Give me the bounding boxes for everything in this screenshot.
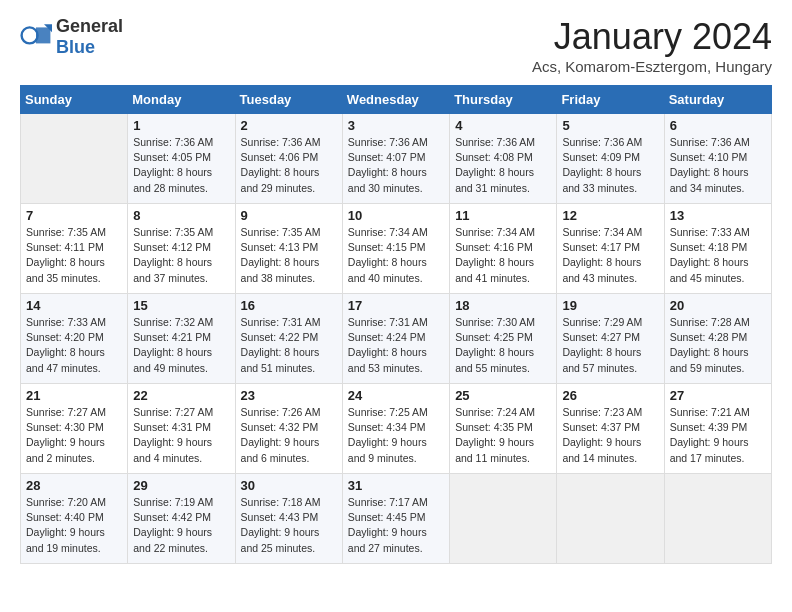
calendar-cell: 27Sunrise: 7:21 AMSunset: 4:39 PMDayligh… xyxy=(664,384,771,474)
calendar-cell: 2Sunrise: 7:36 AMSunset: 4:06 PMDaylight… xyxy=(235,114,342,204)
day-number: 26 xyxy=(562,388,658,403)
weekday-header-thursday: Thursday xyxy=(450,86,557,114)
calendar-cell: 14Sunrise: 7:33 AMSunset: 4:20 PMDayligh… xyxy=(21,294,128,384)
day-number: 20 xyxy=(670,298,766,313)
day-info: Sunrise: 7:36 AMSunset: 4:09 PMDaylight:… xyxy=(562,135,658,196)
day-info: Sunrise: 7:31 AMSunset: 4:24 PMDaylight:… xyxy=(348,315,444,376)
calendar-cell: 13Sunrise: 7:33 AMSunset: 4:18 PMDayligh… xyxy=(664,204,771,294)
calendar-cell: 11Sunrise: 7:34 AMSunset: 4:16 PMDayligh… xyxy=(450,204,557,294)
calendar-cell: 24Sunrise: 7:25 AMSunset: 4:34 PMDayligh… xyxy=(342,384,449,474)
day-number: 13 xyxy=(670,208,766,223)
weekday-header-friday: Friday xyxy=(557,86,664,114)
day-number: 9 xyxy=(241,208,337,223)
day-info: Sunrise: 7:27 AMSunset: 4:31 PMDaylight:… xyxy=(133,405,229,466)
day-info: Sunrise: 7:17 AMSunset: 4:45 PMDaylight:… xyxy=(348,495,444,556)
day-info: Sunrise: 7:35 AMSunset: 4:11 PMDaylight:… xyxy=(26,225,122,286)
calendar-cell: 16Sunrise: 7:31 AMSunset: 4:22 PMDayligh… xyxy=(235,294,342,384)
calendar-cell xyxy=(557,474,664,564)
day-info: Sunrise: 7:36 AMSunset: 4:05 PMDaylight:… xyxy=(133,135,229,196)
day-number: 24 xyxy=(348,388,444,403)
calendar-cell xyxy=(450,474,557,564)
day-number: 15 xyxy=(133,298,229,313)
day-info: Sunrise: 7:29 AMSunset: 4:27 PMDaylight:… xyxy=(562,315,658,376)
logo-general: General xyxy=(56,16,123,36)
day-number: 6 xyxy=(670,118,766,133)
calendar-cell: 8Sunrise: 7:35 AMSunset: 4:12 PMDaylight… xyxy=(128,204,235,294)
calendar-cell: 20Sunrise: 7:28 AMSunset: 4:28 PMDayligh… xyxy=(664,294,771,384)
logo-icon xyxy=(20,21,52,53)
day-info: Sunrise: 7:21 AMSunset: 4:39 PMDaylight:… xyxy=(670,405,766,466)
calendar-cell: 25Sunrise: 7:24 AMSunset: 4:35 PMDayligh… xyxy=(450,384,557,474)
calendar-week-row: 14Sunrise: 7:33 AMSunset: 4:20 PMDayligh… xyxy=(21,294,772,384)
title-area: January 2024 Acs, Komarom-Esztergom, Hun… xyxy=(532,16,772,75)
weekday-header-sunday: Sunday xyxy=(21,86,128,114)
calendar-cell: 21Sunrise: 7:27 AMSunset: 4:30 PMDayligh… xyxy=(21,384,128,474)
calendar-cell: 30Sunrise: 7:18 AMSunset: 4:43 PMDayligh… xyxy=(235,474,342,564)
calendar-cell: 26Sunrise: 7:23 AMSunset: 4:37 PMDayligh… xyxy=(557,384,664,474)
day-info: Sunrise: 7:28 AMSunset: 4:28 PMDaylight:… xyxy=(670,315,766,376)
weekday-header-wednesday: Wednesday xyxy=(342,86,449,114)
calendar-cell: 9Sunrise: 7:35 AMSunset: 4:13 PMDaylight… xyxy=(235,204,342,294)
calendar-cell: 29Sunrise: 7:19 AMSunset: 4:42 PMDayligh… xyxy=(128,474,235,564)
day-info: Sunrise: 7:23 AMSunset: 4:37 PMDaylight:… xyxy=(562,405,658,466)
calendar-cell: 5Sunrise: 7:36 AMSunset: 4:09 PMDaylight… xyxy=(557,114,664,204)
calendar-cell: 17Sunrise: 7:31 AMSunset: 4:24 PMDayligh… xyxy=(342,294,449,384)
day-info: Sunrise: 7:36 AMSunset: 4:07 PMDaylight:… xyxy=(348,135,444,196)
day-number: 14 xyxy=(26,298,122,313)
calendar-table: SundayMondayTuesdayWednesdayThursdayFrid… xyxy=(20,85,772,564)
day-info: Sunrise: 7:31 AMSunset: 4:22 PMDaylight:… xyxy=(241,315,337,376)
day-info: Sunrise: 7:19 AMSunset: 4:42 PMDaylight:… xyxy=(133,495,229,556)
day-info: Sunrise: 7:32 AMSunset: 4:21 PMDaylight:… xyxy=(133,315,229,376)
calendar-cell: 3Sunrise: 7:36 AMSunset: 4:07 PMDaylight… xyxy=(342,114,449,204)
day-number: 11 xyxy=(455,208,551,223)
calendar-cell: 31Sunrise: 7:17 AMSunset: 4:45 PMDayligh… xyxy=(342,474,449,564)
page-header: General Blue January 2024 Acs, Komarom-E… xyxy=(20,16,772,75)
day-info: Sunrise: 7:26 AMSunset: 4:32 PMDaylight:… xyxy=(241,405,337,466)
calendar-cell: 28Sunrise: 7:20 AMSunset: 4:40 PMDayligh… xyxy=(21,474,128,564)
calendar-week-row: 7Sunrise: 7:35 AMSunset: 4:11 PMDaylight… xyxy=(21,204,772,294)
location: Acs, Komarom-Esztergom, Hungary xyxy=(532,58,772,75)
calendar-cell: 10Sunrise: 7:34 AMSunset: 4:15 PMDayligh… xyxy=(342,204,449,294)
day-number: 27 xyxy=(670,388,766,403)
day-number: 16 xyxy=(241,298,337,313)
weekday-header-tuesday: Tuesday xyxy=(235,86,342,114)
day-info: Sunrise: 7:35 AMSunset: 4:13 PMDaylight:… xyxy=(241,225,337,286)
svg-marker-1 xyxy=(36,27,50,43)
day-info: Sunrise: 7:33 AMSunset: 4:18 PMDaylight:… xyxy=(670,225,766,286)
day-info: Sunrise: 7:36 AMSunset: 4:10 PMDaylight:… xyxy=(670,135,766,196)
day-number: 29 xyxy=(133,478,229,493)
logo: General Blue xyxy=(20,16,123,58)
logo-text: General Blue xyxy=(56,16,123,58)
calendar-cell: 7Sunrise: 7:35 AMSunset: 4:11 PMDaylight… xyxy=(21,204,128,294)
calendar-cell: 15Sunrise: 7:32 AMSunset: 4:21 PMDayligh… xyxy=(128,294,235,384)
day-number: 18 xyxy=(455,298,551,313)
day-number: 23 xyxy=(241,388,337,403)
svg-point-0 xyxy=(22,27,38,43)
day-number: 7 xyxy=(26,208,122,223)
calendar-cell xyxy=(21,114,128,204)
month-title: January 2024 xyxy=(532,16,772,58)
day-info: Sunrise: 7:34 AMSunset: 4:15 PMDaylight:… xyxy=(348,225,444,286)
calendar-cell: 12Sunrise: 7:34 AMSunset: 4:17 PMDayligh… xyxy=(557,204,664,294)
day-info: Sunrise: 7:24 AMSunset: 4:35 PMDaylight:… xyxy=(455,405,551,466)
calendar-cell: 18Sunrise: 7:30 AMSunset: 4:25 PMDayligh… xyxy=(450,294,557,384)
calendar-cell: 23Sunrise: 7:26 AMSunset: 4:32 PMDayligh… xyxy=(235,384,342,474)
calendar-week-row: 21Sunrise: 7:27 AMSunset: 4:30 PMDayligh… xyxy=(21,384,772,474)
day-number: 22 xyxy=(133,388,229,403)
day-number: 12 xyxy=(562,208,658,223)
calendar-week-row: 1Sunrise: 7:36 AMSunset: 4:05 PMDaylight… xyxy=(21,114,772,204)
day-info: Sunrise: 7:18 AMSunset: 4:43 PMDaylight:… xyxy=(241,495,337,556)
calendar-cell: 19Sunrise: 7:29 AMSunset: 4:27 PMDayligh… xyxy=(557,294,664,384)
day-info: Sunrise: 7:35 AMSunset: 4:12 PMDaylight:… xyxy=(133,225,229,286)
day-number: 2 xyxy=(241,118,337,133)
day-info: Sunrise: 7:20 AMSunset: 4:40 PMDaylight:… xyxy=(26,495,122,556)
day-number: 31 xyxy=(348,478,444,493)
day-number: 19 xyxy=(562,298,658,313)
logo-blue: Blue xyxy=(56,37,95,57)
calendar-cell: 22Sunrise: 7:27 AMSunset: 4:31 PMDayligh… xyxy=(128,384,235,474)
day-number: 4 xyxy=(455,118,551,133)
day-number: 10 xyxy=(348,208,444,223)
weekday-header-saturday: Saturday xyxy=(664,86,771,114)
day-info: Sunrise: 7:30 AMSunset: 4:25 PMDaylight:… xyxy=(455,315,551,376)
day-info: Sunrise: 7:36 AMSunset: 4:08 PMDaylight:… xyxy=(455,135,551,196)
